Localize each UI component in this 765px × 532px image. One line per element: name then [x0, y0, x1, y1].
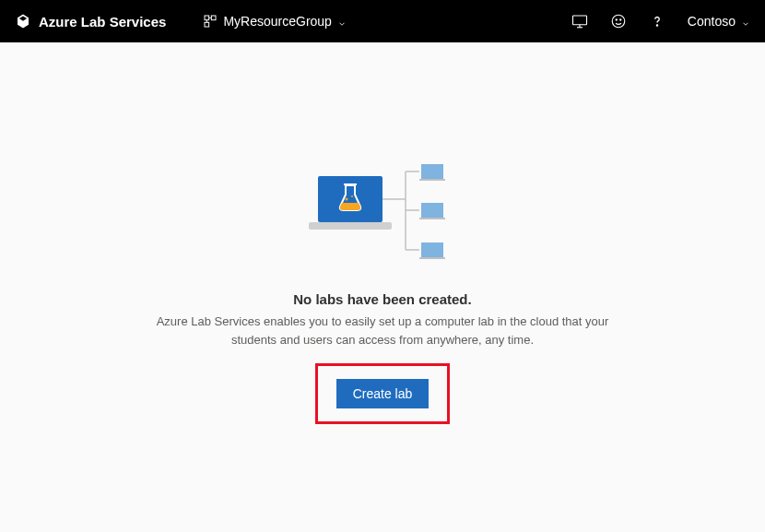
monitor-icon[interactable] — [571, 13, 588, 30]
empty-state-illustration — [300, 162, 465, 264]
svg-rect-2 — [212, 16, 217, 20]
svg-rect-26 — [419, 218, 445, 219]
svg-rect-23 — [421, 164, 443, 179]
svg-rect-13 — [318, 176, 382, 222]
empty-state-title: No labs have been created. — [293, 291, 471, 307]
svg-rect-27 — [421, 242, 443, 257]
chevron-down-icon — [741, 17, 750, 26]
svg-rect-25 — [421, 203, 443, 218]
resource-group-selector[interactable]: MyResourceGroup — [203, 14, 347, 29]
resource-group-label: MyResourceGroup — [223, 14, 332, 29]
header-right: Contoso — [571, 13, 750, 30]
svg-point-16 — [346, 198, 348, 201]
button-highlight-box: Create lab — [315, 363, 451, 424]
main-content: No labs have been created. Azure Lab Ser… — [0, 42, 765, 424]
header: Azure Lab Services MyResourceGroup — [0, 0, 765, 42]
svg-rect-14 — [309, 222, 392, 230]
svg-point-0 — [21, 21, 26, 26]
svg-rect-1 — [205, 16, 209, 20]
create-lab-button[interactable]: Create lab — [336, 379, 430, 408]
svg-point-11 — [619, 19, 620, 20]
header-left: Azure Lab Services — [15, 13, 166, 30]
azure-lab-logo-icon — [15, 13, 31, 30]
svg-rect-28 — [419, 257, 445, 259]
account-label: Contoso — [688, 14, 736, 29]
svg-point-12 — [656, 25, 657, 26]
svg-point-10 — [616, 19, 617, 20]
empty-state-description: Azure Lab Services enables you to easily… — [134, 313, 631, 349]
help-icon[interactable] — [649, 13, 665, 30]
app-title: Azure Lab Services — [39, 14, 166, 30]
feedback-smiley-icon[interactable] — [610, 13, 627, 30]
svg-point-9 — [612, 15, 625, 28]
svg-rect-24 — [419, 179, 445, 181]
svg-rect-15 — [344, 183, 357, 185]
account-selector[interactable]: Contoso — [688, 14, 750, 29]
svg-point-17 — [351, 195, 353, 197]
resource-group-icon — [203, 14, 218, 29]
svg-rect-3 — [205, 22, 209, 27]
chevron-down-icon — [337, 17, 347, 26]
svg-rect-6 — [572, 16, 586, 25]
